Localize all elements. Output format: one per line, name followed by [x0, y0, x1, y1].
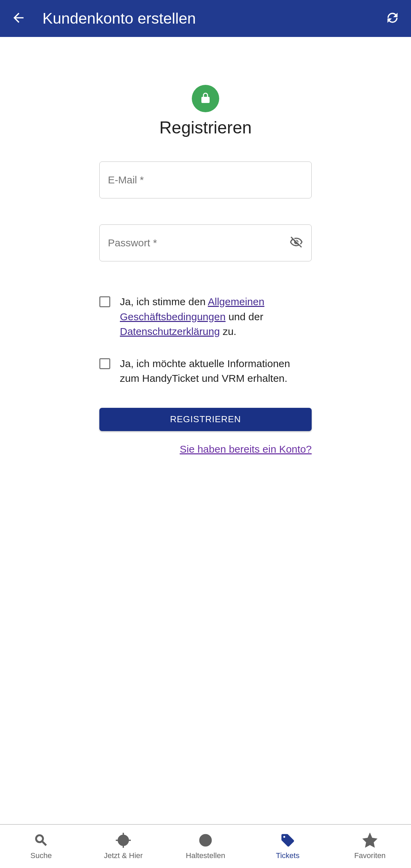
nav-search-label: Suche: [30, 851, 52, 860]
register-content: Registrieren Ja, ich stimme den Allgemei…: [0, 37, 411, 824]
toggle-password-visibility[interactable]: [289, 235, 303, 250]
consent-terms-text: Ja, ich stimme den Allgemeinen Geschäfts…: [120, 294, 312, 339]
password-field-wrapper: [99, 224, 312, 261]
nav-stops-label: Haltestellen: [186, 851, 225, 860]
appbar: Kundenkonto erstellen: [0, 0, 411, 37]
refresh-button[interactable]: [382, 10, 403, 27]
stop-h-icon: H: [198, 833, 213, 849]
ticket-icon: [280, 833, 295, 849]
svg-text:H: H: [202, 836, 208, 845]
consent-newsletter-text: Ja, ich möchte aktuelle Informationen zu…: [120, 356, 312, 386]
privacy-link[interactable]: Datenschutzerklärung: [120, 326, 220, 337]
consent-newsletter-row: Ja, ich möchte aktuelle Informationen zu…: [99, 356, 312, 386]
nav-favorites[interactable]: Favoriten: [329, 825, 411, 868]
consent-terms-row: Ja, ich stimme den Allgemeinen Geschäfts…: [99, 294, 312, 339]
svg-point-1: [122, 839, 124, 841]
arrow-left-icon: [11, 10, 26, 27]
consent-area: Ja, ich stimme den Allgemeinen Geschäfts…: [99, 294, 312, 403]
nav-here-now[interactable]: Jetzt & Hier: [82, 825, 164, 868]
eye-off-icon: [289, 235, 303, 250]
consent-newsletter-checkbox[interactable]: [99, 358, 110, 369]
bottom-nav: Suche Jetzt & Hier H Haltestellen Ticket…: [0, 824, 411, 868]
refresh-icon: [385, 10, 400, 27]
star-icon: [362, 833, 377, 849]
password-field[interactable]: [108, 237, 289, 249]
nav-here-now-label: Jetzt & Hier: [104, 851, 143, 860]
register-heading: Registrieren: [159, 118, 252, 138]
have-account-link[interactable]: Sie haben bereits ein Konto?: [180, 443, 312, 455]
consent-terms-suffix: zu.: [220, 326, 236, 337]
nav-stops[interactable]: H Haltestellen: [164, 825, 247, 868]
nav-tickets-label: Tickets: [276, 851, 300, 860]
appbar-title: Kundenkonto erstellen: [29, 10, 382, 27]
register-button[interactable]: REGISTRIEREN: [99, 408, 312, 431]
nav-search[interactable]: Suche: [0, 825, 82, 868]
email-field[interactable]: [108, 174, 303, 186]
back-button[interactable]: [8, 10, 29, 27]
lock-icon: [199, 92, 212, 105]
crosshair-icon: [116, 833, 131, 849]
lock-badge: [192, 85, 219, 112]
consent-terms-prefix: Ja, ich stimme den: [120, 296, 208, 307]
consent-terms-checkbox[interactable]: [99, 296, 110, 307]
nav-favorites-label: Favoriten: [354, 851, 386, 860]
search-icon: [34, 833, 49, 849]
nav-tickets[interactable]: Tickets: [247, 825, 329, 868]
have-account-row: Sie haben bereits ein Konto?: [99, 443, 312, 455]
consent-terms-mid: und der: [226, 311, 263, 322]
email-field-wrapper: [99, 161, 312, 198]
